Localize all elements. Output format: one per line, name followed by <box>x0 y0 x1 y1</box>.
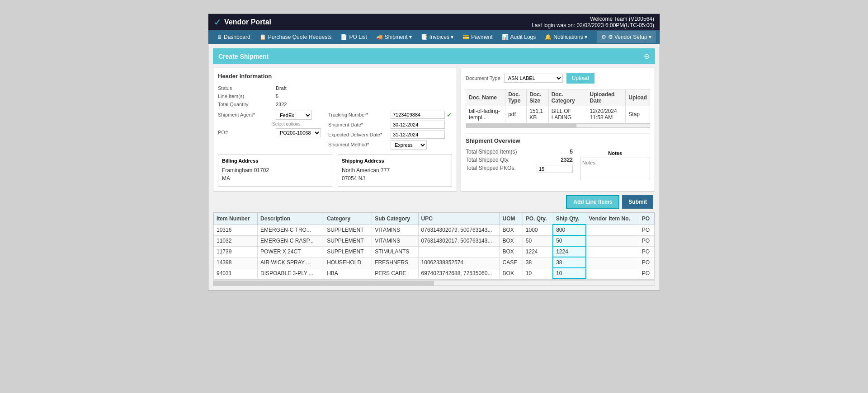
upc <box>418 246 500 257</box>
uom: BOX <box>500 225 523 235</box>
nav-po-list[interactable]: 📄 PO List <box>336 30 371 44</box>
uom: BOX <box>500 268 523 279</box>
category: HBA <box>324 268 372 279</box>
ship-qty-cell[interactable]: 50 <box>553 235 586 246</box>
line-items-value: 5 <box>276 92 452 99</box>
po-ref: PO <box>639 268 654 279</box>
shipping-address-title: Shipping Address <box>342 158 448 164</box>
select-options-label: Select options <box>272 122 321 126</box>
notifications-icon: 🔔 <box>545 34 552 40</box>
notes-textarea[interactable] <box>580 158 650 180</box>
col-category: Category <box>324 213 372 225</box>
doc-date: 12/20/2024 11:58 AM <box>587 106 626 123</box>
vendor-item <box>586 257 639 268</box>
col-description: Description <box>258 213 324 225</box>
gear-icon: ⚙ <box>601 34 606 40</box>
shipment-date-input[interactable] <box>391 121 445 129</box>
page-title: Create Shipment <box>218 53 269 60</box>
add-line-items-button[interactable]: Add Line Items <box>566 195 619 209</box>
payment-icon: 💳 <box>462 34 469 40</box>
po-qty: 1224 <box>523 246 553 257</box>
category: SUPPLEMENT <box>324 235 372 246</box>
nav-shipment[interactable]: 🚚 Shipment ▾ <box>372 30 416 44</box>
pkgs-input[interactable] <box>537 165 573 173</box>
table-row: 14398 AIR WICK SPRAY ... HOUSEHOLD FRESH… <box>214 257 655 268</box>
col-doc-size: Doc. Size <box>527 89 549 106</box>
nav-vendor-setup[interactable]: ⚙ ⚙ Vendor Setup ▾ <box>597 31 656 43</box>
audit-icon: 📊 <box>502 34 509 40</box>
upload-button[interactable]: Upload <box>566 73 594 84</box>
ship-qty-cell[interactable]: 1224 <box>553 246 586 257</box>
nav-dashboard[interactable]: 🖥 Dashboard <box>212 30 255 44</box>
invoices-icon: 📑 <box>421 34 428 40</box>
doc-category: BILL OF LADING <box>548 106 587 123</box>
col-po: PO <box>639 213 654 225</box>
shipment-icon: 🚚 <box>376 34 383 40</box>
nav-payment[interactable]: 💳 Payment <box>458 30 497 44</box>
col-upload: Upload <box>626 89 650 106</box>
po-select[interactable]: PO200-10068 <box>276 128 321 137</box>
status-value: Draft <box>276 84 452 91</box>
upc: 10062338852574 <box>418 257 500 268</box>
shipment-method-select[interactable]: Express <box>391 140 427 150</box>
nav-invoices[interactable]: 📑 Invoices ▾ <box>416 30 458 44</box>
doc-scrollbar[interactable] <box>466 123 650 128</box>
item-number: 11032 <box>214 235 258 246</box>
po-ref: PO <box>639 257 654 268</box>
check-icon: ✓ <box>447 111 452 118</box>
nav-purchase-quote[interactable]: 📋 Purchase Quote Requests <box>255 30 336 44</box>
agent-select[interactable]: FedEx <box>276 111 312 120</box>
col-po-qty: PO. Qty. <box>523 213 553 225</box>
description: POWER X 24CT <box>258 246 324 257</box>
col-upc: UPC <box>418 213 500 225</box>
po-qty: 10 <box>523 268 553 279</box>
doc-type-select[interactable]: ASN LABEL <box>504 74 563 83</box>
table-row: 11739 POWER X 24CT SUPPLEMENT STIMULANTS… <box>214 246 655 257</box>
billing-address-box: Billing Address Framingham 01702 MA <box>218 154 332 187</box>
col-vendor-item: Vendor Item No. <box>586 213 639 225</box>
po-ref: PO <box>639 246 654 257</box>
expected-delivery-input[interactable] <box>391 131 445 139</box>
item-number: 10316 <box>214 225 258 235</box>
col-uploaded-date: Uploaded Date <box>587 89 626 106</box>
doc-type-label: Document Type <box>466 75 500 81</box>
line-items-label: Line Item(s) <box>218 92 272 99</box>
billing-address-text: Framingham 01702 MA <box>222 166 328 182</box>
nav-bar: 🖥 Dashboard 📋 Purchase Quote Requests 📄 … <box>208 30 660 44</box>
purchase-icon: 📋 <box>259 34 266 40</box>
ship-qty-cell[interactable]: 800 <box>553 225 586 235</box>
sub-category: PERS CARE <box>372 268 418 279</box>
shipment-overview: Shipment Overview Total Shipped Item(s) … <box>466 133 650 180</box>
col-doc-category: Doc. Category <box>548 89 587 106</box>
billing-address-title: Billing Address <box>222 158 328 164</box>
vendor-item <box>586 235 639 246</box>
upc: 076314302017, 500763143... <box>418 235 500 246</box>
shipping-address-text: North American 777 07054 NJ <box>342 166 448 182</box>
sub-category: STIMULANTS <box>372 246 418 257</box>
welcome-text: Welcome Team (V100564) Last login was on… <box>532 16 654 28</box>
tracking-label: Tracking Number* <box>328 111 387 119</box>
minimize-button[interactable]: ⊖ <box>644 52 650 61</box>
col-uom: UOM <box>500 213 523 225</box>
upc: 076314302079, 500763143... <box>418 225 500 235</box>
nav-audit-logs[interactable]: 📊 Audit Logs <box>497 30 541 44</box>
doc-type: pdf <box>505 106 527 123</box>
right-panel: Document Type ASN LABEL Upload Doc. Name <box>461 68 655 192</box>
submit-button[interactable]: Submit <box>622 195 653 209</box>
tracking-input[interactable] <box>391 111 445 119</box>
ship-qty-cell[interactable]: 38 <box>553 257 586 268</box>
col-item-number: Item Number <box>214 213 258 225</box>
notes-section: Notes <box>580 149 650 180</box>
agent-label: Shipment Agent* <box>218 111 272 120</box>
table-scrollbar[interactable] <box>213 281 655 286</box>
logo-area: ✓ Vendor Portal <box>214 17 271 28</box>
shipment-date-label: Shipment Date* <box>328 121 387 129</box>
ship-qty-cell[interactable]: 10 <box>553 268 586 279</box>
overview-shipped-qty-row: Total Shipped Qty. 2322 <box>466 157 573 163</box>
description: AIR WICK SPRAY ... <box>258 257 324 268</box>
table-row: 10316 EMERGEN-C TRO... SUPPLEMENT VITAMI… <box>214 225 655 235</box>
col-doc-type: Doc. Type <box>505 89 527 106</box>
po-list-icon: 📄 <box>340 34 347 40</box>
nav-notifications[interactable]: 🔔 Notifications ▾ <box>540 30 592 44</box>
notes-label: Notes <box>608 149 622 156</box>
